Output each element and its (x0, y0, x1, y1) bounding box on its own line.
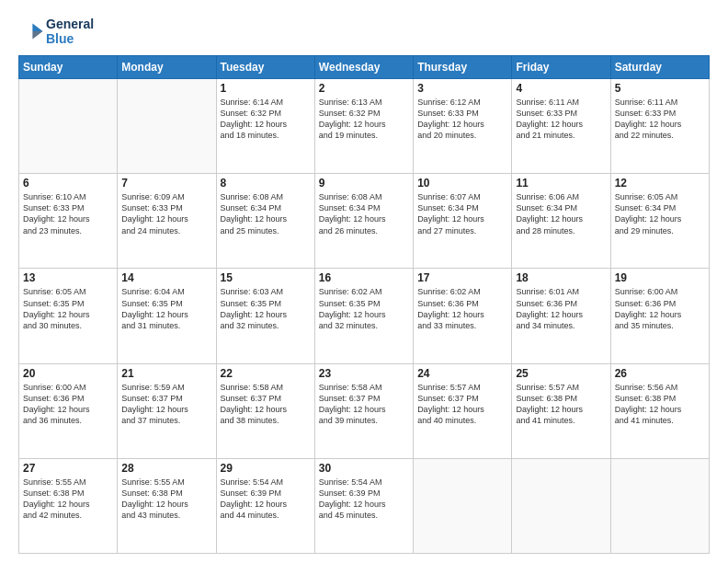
day-info: Sunrise: 6:03 AM Sunset: 6:35 PM Dayligh… (221, 286, 311, 331)
calendar-cell: 9Sunrise: 6:08 AM Sunset: 6:34 PM Daylig… (314, 174, 413, 269)
page: General Blue SundayMondayTuesdayWednesda… (0, 0, 728, 563)
day-info: Sunrise: 6:01 AM Sunset: 6:36 PM Dayligh… (516, 286, 606, 331)
calendar-cell (19, 79, 118, 174)
calendar-cell: 16Sunrise: 6:02 AM Sunset: 6:35 PM Dayli… (314, 269, 413, 363)
day-number: 30 (319, 462, 409, 475)
calendar-cell: 3Sunrise: 6:12 AM Sunset: 6:33 PM Daylig… (414, 79, 512, 174)
svg-marker-0 (32, 24, 42, 31)
calendar-cell: 14Sunrise: 6:04 AM Sunset: 6:35 PM Dayli… (118, 269, 216, 363)
day-number: 9 (319, 177, 409, 190)
day-info: Sunrise: 6:02 AM Sunset: 6:36 PM Dayligh… (417, 286, 507, 331)
calendar-cell (610, 458, 709, 553)
day-number: 11 (516, 177, 606, 190)
day-number: 22 (221, 367, 311, 380)
calendar-cell: 18Sunrise: 6:01 AM Sunset: 6:36 PM Dayli… (512, 269, 610, 363)
logo-text: General Blue (46, 17, 94, 46)
day-info: Sunrise: 6:00 AM Sunset: 6:36 PM Dayligh… (615, 286, 705, 331)
day-info: Sunrise: 6:09 AM Sunset: 6:33 PM Dayligh… (121, 191, 211, 236)
calendar-cell: 4Sunrise: 6:11 AM Sunset: 6:33 PM Daylig… (512, 79, 610, 174)
day-info: Sunrise: 6:11 AM Sunset: 6:33 PM Dayligh… (615, 97, 705, 142)
day-number: 17 (417, 271, 507, 284)
day-info: Sunrise: 5:54 AM Sunset: 6:39 PM Dayligh… (319, 477, 409, 522)
calendar-cell: 21Sunrise: 5:59 AM Sunset: 6:37 PM Dayli… (118, 363, 216, 458)
day-number: 19 (615, 271, 705, 284)
calendar-cell: 30Sunrise: 5:54 AM Sunset: 6:39 PM Dayli… (314, 458, 413, 553)
day-number: 7 (121, 177, 211, 190)
calendar-cell: 19Sunrise: 6:00 AM Sunset: 6:36 PM Dayli… (610, 269, 709, 363)
calendar-cell: 8Sunrise: 6:08 AM Sunset: 6:34 PM Daylig… (216, 174, 314, 269)
day-info: Sunrise: 6:13 AM Sunset: 6:32 PM Dayligh… (319, 97, 409, 142)
day-number: 16 (319, 271, 409, 284)
day-info: Sunrise: 5:54 AM Sunset: 6:39 PM Dayligh… (221, 477, 311, 522)
day-number: 18 (516, 271, 606, 284)
day-number: 27 (23, 462, 113, 475)
day-number: 8 (221, 177, 311, 190)
day-info: Sunrise: 6:00 AM Sunset: 6:36 PM Dayligh… (23, 382, 113, 427)
weekday-header: Saturday (610, 56, 709, 79)
logo-icon (18, 18, 44, 44)
header: General Blue (18, 17, 710, 46)
calendar-cell (118, 79, 216, 174)
day-number: 29 (221, 462, 311, 475)
weekday-header-row: SundayMondayTuesdayWednesdayThursdayFrid… (19, 56, 710, 79)
day-info: Sunrise: 6:05 AM Sunset: 6:35 PM Dayligh… (23, 286, 113, 331)
day-number: 6 (23, 177, 113, 190)
logo: General Blue (18, 17, 94, 46)
day-number: 1 (221, 82, 311, 95)
calendar-cell: 6Sunrise: 6:10 AM Sunset: 6:33 PM Daylig… (19, 174, 118, 269)
calendar-cell: 22Sunrise: 5:58 AM Sunset: 6:37 PM Dayli… (216, 363, 314, 458)
weekday-header: Thursday (414, 56, 512, 79)
calendar-cell: 17Sunrise: 6:02 AM Sunset: 6:36 PM Dayli… (414, 269, 512, 363)
day-info: Sunrise: 6:04 AM Sunset: 6:35 PM Dayligh… (121, 286, 211, 331)
day-info: Sunrise: 6:08 AM Sunset: 6:34 PM Dayligh… (221, 191, 311, 236)
calendar-cell: 11Sunrise: 6:06 AM Sunset: 6:34 PM Dayli… (512, 174, 610, 269)
day-info: Sunrise: 6:05 AM Sunset: 6:34 PM Dayligh… (615, 191, 705, 236)
day-info: Sunrise: 5:59 AM Sunset: 6:37 PM Dayligh… (121, 382, 211, 427)
calendar-week-row: 1Sunrise: 6:14 AM Sunset: 6:32 PM Daylig… (19, 79, 710, 174)
calendar-cell: 25Sunrise: 5:57 AM Sunset: 6:38 PM Dayli… (512, 363, 610, 458)
calendar-cell: 24Sunrise: 5:57 AM Sunset: 6:37 PM Dayli… (414, 363, 512, 458)
day-number: 13 (23, 271, 113, 284)
day-info: Sunrise: 5:55 AM Sunset: 6:38 PM Dayligh… (121, 477, 211, 522)
day-info: Sunrise: 6:14 AM Sunset: 6:32 PM Dayligh… (221, 97, 311, 142)
calendar-table: SundayMondayTuesdayWednesdayThursdayFrid… (18, 55, 710, 554)
day-number: 23 (319, 367, 409, 380)
calendar-cell: 7Sunrise: 6:09 AM Sunset: 6:33 PM Daylig… (118, 174, 216, 269)
day-number: 20 (23, 367, 113, 380)
calendar-cell: 27Sunrise: 5:55 AM Sunset: 6:38 PM Dayli… (19, 458, 118, 553)
calendar-cell: 23Sunrise: 5:58 AM Sunset: 6:37 PM Dayli… (314, 363, 413, 458)
day-number: 24 (417, 367, 507, 380)
weekday-header: Monday (118, 56, 216, 79)
calendar-cell: 10Sunrise: 6:07 AM Sunset: 6:34 PM Dayli… (414, 174, 512, 269)
weekday-header: Tuesday (216, 56, 314, 79)
calendar-week-row: 27Sunrise: 5:55 AM Sunset: 6:38 PM Dayli… (19, 458, 710, 553)
calendar-week-row: 20Sunrise: 6:00 AM Sunset: 6:36 PM Dayli… (19, 363, 710, 458)
day-number: 4 (516, 82, 606, 95)
day-number: 15 (221, 271, 311, 284)
day-number: 12 (615, 177, 705, 190)
calendar-cell: 2Sunrise: 6:13 AM Sunset: 6:32 PM Daylig… (314, 79, 413, 174)
day-number: 10 (417, 177, 507, 190)
calendar-cell: 29Sunrise: 5:54 AM Sunset: 6:39 PM Dayli… (216, 458, 314, 553)
weekday-header: Sunday (19, 56, 118, 79)
day-info: Sunrise: 5:58 AM Sunset: 6:37 PM Dayligh… (319, 382, 409, 427)
day-info: Sunrise: 6:11 AM Sunset: 6:33 PM Dayligh… (516, 97, 606, 142)
calendar-cell: 13Sunrise: 6:05 AM Sunset: 6:35 PM Dayli… (19, 269, 118, 363)
day-info: Sunrise: 5:58 AM Sunset: 6:37 PM Dayligh… (221, 382, 311, 427)
calendar-week-row: 13Sunrise: 6:05 AM Sunset: 6:35 PM Dayli… (19, 269, 710, 363)
day-number: 26 (615, 367, 705, 380)
weekday-header: Friday (512, 56, 610, 79)
calendar-week-row: 6Sunrise: 6:10 AM Sunset: 6:33 PM Daylig… (19, 174, 710, 269)
calendar-cell: 20Sunrise: 6:00 AM Sunset: 6:36 PM Dayli… (19, 363, 118, 458)
svg-marker-1 (32, 31, 42, 39)
day-info: Sunrise: 6:10 AM Sunset: 6:33 PM Dayligh… (23, 191, 113, 236)
calendar-cell: 1Sunrise: 6:14 AM Sunset: 6:32 PM Daylig… (216, 79, 314, 174)
day-info: Sunrise: 6:08 AM Sunset: 6:34 PM Dayligh… (319, 191, 409, 236)
calendar-cell (512, 458, 610, 553)
weekday-header: Wednesday (314, 56, 413, 79)
day-number: 14 (121, 271, 211, 284)
calendar-cell: 12Sunrise: 6:05 AM Sunset: 6:34 PM Dayli… (610, 174, 709, 269)
day-info: Sunrise: 6:06 AM Sunset: 6:34 PM Dayligh… (516, 191, 606, 236)
calendar-cell: 15Sunrise: 6:03 AM Sunset: 6:35 PM Dayli… (216, 269, 314, 363)
calendar-cell: 26Sunrise: 5:56 AM Sunset: 6:38 PM Dayli… (610, 363, 709, 458)
